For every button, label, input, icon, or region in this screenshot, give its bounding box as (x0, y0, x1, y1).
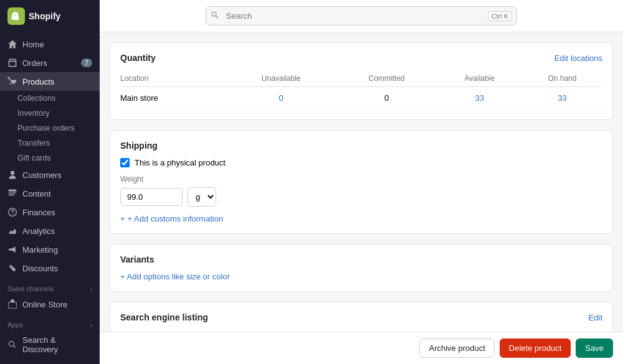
apps-section: Apps › (0, 314, 100, 331)
row-available: 33 (475, 93, 484, 103)
products-icon (7, 77, 17, 86)
sidebar-item-discounts-label: Discounts (22, 264, 58, 273)
sidebar-item-home-label: Home (22, 40, 44, 49)
add-customs-plus-icon: + (120, 214, 125, 223)
row-location: Main store (120, 87, 226, 110)
search-input[interactable] (206, 6, 517, 26)
variants-card: Variants + Add options like size or colo… (110, 244, 613, 292)
analytics-icon (7, 226, 17, 236)
col-location: Location (120, 70, 226, 87)
shopify-logo-icon (7, 7, 25, 25)
search-bar: Ctrl K (206, 6, 517, 26)
add-customs-link[interactable]: + + Add customs information (120, 214, 602, 223)
sidebar-item-home[interactable]: Home (0, 35, 100, 54)
sidebar: Shopify Home Orders 7 Products Col (0, 0, 100, 364)
sidebar-item-content-label: Content (22, 189, 51, 198)
row-unavailable: 0 (279, 93, 283, 103)
shipping-title: Shipping (120, 141, 602, 151)
sidebar-item-marketing[interactable]: Marketing (0, 240, 100, 259)
weight-unit-select[interactable]: g (188, 187, 216, 207)
orders-badge: 7 (81, 58, 92, 67)
sidebar-item-analytics[interactable]: Analytics (0, 222, 100, 240)
sidebar-item-products-label: Products (22, 77, 54, 86)
orders-icon (7, 58, 17, 68)
seo-title: Search engine listing (120, 312, 208, 322)
quantity-title: Quantity (120, 53, 156, 63)
sidebar-item-products[interactable]: Products (0, 72, 100, 91)
shopify-logo: Shopify (7, 7, 60, 25)
table-row: Main store 0 0 33 33 (120, 87, 602, 110)
add-variants-link[interactable]: + Add options like size or color (120, 272, 602, 281)
sidebar-logo: Shopify (0, 0, 100, 32)
svg-point-4 (9, 341, 14, 346)
content-icon (7, 189, 17, 198)
sidebar-sub-inventory[interactable]: Inventory (17, 106, 100, 121)
weight-row: g (120, 187, 602, 207)
sales-channels-label: Sales channels (7, 285, 54, 292)
shopify-logo-text: Shopify (29, 11, 60, 21)
sidebar-item-search-discovery[interactable]: Search & Discovery (0, 331, 100, 358)
add-variants-text: + Add options like size or color (120, 272, 230, 281)
sales-channels-chevron-icon: › (90, 286, 92, 292)
col-on-hand: On hand (522, 70, 602, 87)
quantity-table: Location Unavailable Committed Available… (120, 70, 602, 110)
physical-product-checkbox[interactable] (120, 158, 130, 167)
quantity-card: Quantity Edit locations Location Unavail… (110, 42, 613, 120)
home-icon (7, 39, 17, 49)
marketing-icon (7, 245, 17, 254)
delete-product-button[interactable]: Delete product (500, 338, 571, 358)
col-committed: Committed (336, 70, 437, 87)
weight-input[interactable] (120, 188, 183, 206)
seo-edit-link[interactable]: Edit (589, 313, 602, 322)
sidebar-item-discounts[interactable]: Discounts (0, 259, 100, 278)
physical-product-label: This is a physical product (135, 158, 226, 167)
online-store-icon (7, 299, 17, 309)
sidebar-sub-transfers[interactable]: Transfers (17, 136, 100, 151)
weight-label: Weight (120, 175, 602, 184)
sidebar-item-online-store-label: Online Store (22, 300, 67, 309)
archive-product-button[interactable]: Archive product (419, 338, 494, 358)
search-keyboard-shortcut: Ctrl K (488, 11, 513, 21)
sidebar-item-orders-label: Orders (22, 58, 47, 68)
shipping-card: Shipping This is a physical product Weig… (110, 130, 613, 234)
search-icon (211, 11, 219, 21)
finances-icon (7, 207, 17, 217)
svg-rect-2 (9, 195, 15, 196)
sidebar-item-orders[interactable]: Orders 7 (0, 54, 100, 72)
physical-product-row: This is a physical product (120, 158, 602, 167)
discounts-icon (7, 263, 17, 273)
variants-title: Variants (120, 254, 602, 264)
sidebar-item-search-discovery-label: Search & Discovery (22, 335, 92, 354)
sidebar-item-content[interactable]: Content (0, 184, 100, 203)
quantity-card-header: Quantity Edit locations (120, 53, 602, 63)
sales-channels-section: Sales channels › (0, 278, 100, 295)
save-button[interactable]: Save (576, 338, 613, 358)
sidebar-item-finances[interactable]: Finances (0, 203, 100, 222)
bottom-bar: Archive product Delete product Save (100, 332, 623, 364)
sidebar-sub-purchase-orders[interactable]: Purchase orders (17, 121, 100, 136)
customers-icon (7, 170, 17, 180)
svg-point-5 (212, 12, 216, 16)
sidebar-item-customers-label: Customers (22, 170, 62, 180)
col-available: Available (437, 70, 522, 87)
apps-label: Apps (7, 321, 23, 329)
topbar: Ctrl K (100, 0, 623, 32)
row-on-hand: 33 (558, 93, 566, 103)
sidebar-item-analytics-label: Analytics (22, 226, 55, 236)
sidebar-nav: Home Orders 7 Products Collections Inven… (0, 32, 100, 361)
products-subnav: Collections Inventory Purchase orders Tr… (0, 91, 100, 166)
svg-rect-0 (9, 190, 17, 192)
sidebar-item-customers[interactable]: Customers (0, 166, 100, 184)
sidebar-bottom: Settings (0, 361, 100, 364)
sidebar-sub-collections[interactable]: Collections (17, 91, 100, 106)
edit-locations-link[interactable]: Edit locations (554, 54, 602, 63)
search-discovery-icon (7, 340, 17, 350)
sidebar-item-finances-label: Finances (22, 208, 55, 217)
sidebar-sub-gift-cards[interactable]: Gift cards (17, 151, 100, 166)
seo-card-header: Search engine listing Edit (120, 312, 602, 322)
main-content: Quantity Edit locations Location Unavail… (100, 32, 623, 364)
svg-rect-1 (9, 192, 17, 194)
apps-chevron-icon: › (90, 322, 92, 329)
row-committed: 0 (384, 93, 389, 103)
sidebar-item-online-store[interactable]: Online Store (0, 295, 100, 314)
